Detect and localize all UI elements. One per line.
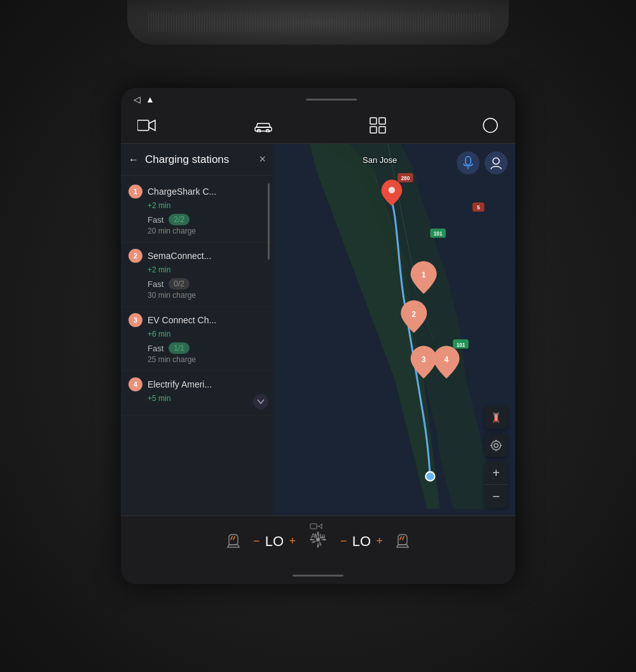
station-3-name: EV Connect Ch... (148, 315, 216, 325)
svg-point-35 (494, 444, 498, 447)
station-3-charge-time: 25 min charge (148, 355, 266, 364)
climate-left-plus-button[interactable]: + (289, 535, 296, 548)
compass-button[interactable] (485, 406, 508, 429)
station-2-header: 2 SemaConnect... (128, 249, 266, 263)
station-3-header: 3 EV Connect Ch... (128, 313, 266, 327)
station-1-availability: 2/2 (169, 214, 190, 225)
svg-rect-29 (466, 157, 471, 165)
station-1-name: ChargeShark C... (148, 186, 216, 197)
bottom-line (293, 575, 343, 577)
svg-point-9 (483, 118, 497, 132)
top-nav-bar (121, 111, 515, 144)
account-button[interactable] (485, 151, 508, 174)
car-nav-icon[interactable] (249, 115, 278, 140)
svg-rect-40 (310, 524, 317, 529)
right-seat-heat-icon (396, 531, 410, 552)
panel-header: ← Charging stations × (121, 144, 273, 176)
station-item-4[interactable]: 4 Electrify Ameri... +5 min (121, 371, 273, 416)
zoom-in-button[interactable]: + (485, 462, 508, 485)
circle-nav-icon[interactable] (478, 113, 502, 141)
svg-text:5: 5 (477, 205, 480, 211)
climate-auto-indicator: Auto (309, 521, 327, 540)
map-background: 280 101 5 101 1 2 3 (273, 144, 515, 515)
station-3-details: Fast 1/1 (148, 342, 266, 354)
zoom-controls: + − (485, 462, 508, 508)
station-1-details: Fast 2/2 (148, 214, 266, 225)
climate-left-section: − LO + (253, 533, 296, 550)
svg-point-31 (493, 158, 499, 164)
svg-text:1: 1 (422, 270, 426, 279)
climate-right-value: LO (352, 533, 371, 550)
svg-text:101: 101 (457, 342, 466, 348)
station-3-time: +6 min (148, 330, 266, 339)
station-2-name: SemaConnect... (148, 251, 211, 261)
climate-right-minus-button[interactable]: − (340, 535, 347, 548)
status-bar: ◁ ▲ (121, 88, 515, 111)
climate-right-section: − LO + (340, 533, 383, 550)
svg-rect-5 (370, 118, 377, 124)
camera-nav-icon[interactable] (134, 115, 160, 140)
svg-point-28 (389, 187, 395, 193)
svg-line-42 (319, 526, 322, 529)
station-2-details: Fast 0/2 (148, 278, 266, 290)
station-4-header: 4 Electrify Ameri... (128, 377, 266, 391)
back-button[interactable]: ← (128, 154, 139, 165)
station-item-3[interactable]: 3 EV Connect Ch... +6 min Fast 1/1 25 mi… (121, 307, 273, 371)
map-area[interactable]: 280 101 5 101 1 2 3 (273, 144, 515, 515)
san-jose-city-label: San Jose (363, 155, 397, 165)
left-seat-heat-icon (226, 531, 240, 552)
station-4-name: Electrify Ameri... (148, 379, 212, 389)
station-1-speed: Fast (148, 215, 163, 225)
svg-text:2: 2 (411, 310, 416, 319)
station-2-number: 2 (128, 249, 142, 263)
svg-rect-6 (379, 118, 385, 124)
station-list[interactable]: 1 ChargeShark C... +2 min Fast 2/2 20 mi… (121, 176, 273, 515)
handle-line (306, 99, 357, 101)
station-2-time: +2 min (148, 265, 266, 274)
svg-point-15 (425, 472, 434, 480)
station-2-charge-time: 30 min charge (148, 291, 266, 300)
zoom-out-button[interactable]: − (485, 485, 508, 508)
station-4-time: +5 min (148, 394, 266, 403)
station-1-header: 1 ChargeShark C... (128, 185, 266, 199)
screen-bezel: ◁ ▲ (121, 88, 515, 584)
navigation-arrow-icon: ◁ (134, 94, 141, 104)
svg-rect-8 (379, 127, 385, 133)
station-2-speed: Fast (148, 279, 163, 289)
svg-text:4: 4 (445, 355, 449, 364)
station-item-2[interactable]: 2 SemaConnect... +2 min Fast 0/2 30 min … (121, 242, 273, 307)
station-4-expand-button[interactable] (253, 394, 268, 409)
status-icons: ◁ ▲ (134, 94, 155, 104)
main-content: ← Charging stations × 1 ChargeShark C... (121, 144, 515, 515)
location-button[interactable] (485, 434, 508, 457)
bottom-handle (121, 566, 515, 584)
station-2-availability: 0/2 (169, 278, 190, 290)
climate-control-bar: Auto − LO + (121, 515, 515, 566)
svg-line-41 (319, 524, 322, 526)
svg-marker-1 (149, 120, 155, 130)
climate-right-plus-button[interactable]: + (377, 535, 384, 548)
svg-text:101: 101 (434, 231, 443, 237)
speaker-grille-top (127, 0, 509, 45)
svg-rect-0 (137, 120, 149, 130)
panel-title: Charging stations (145, 153, 252, 166)
grid-nav-icon[interactable] (366, 113, 390, 141)
scroll-track-1 (268, 183, 270, 237)
station-item-1[interactable]: 1 ChargeShark C... +2 min Fast 2/2 20 mi… (121, 178, 273, 242)
climate-left-value: LO (265, 533, 284, 550)
status-bar-handle (161, 99, 502, 101)
svg-point-34 (492, 441, 501, 450)
station-1-number: 1 (128, 185, 142, 199)
svg-text:280: 280 (401, 176, 410, 181)
charging-stations-panel: ← Charging stations × 1 ChargeShark C... (121, 144, 273, 515)
close-button[interactable]: × (259, 153, 266, 166)
station-3-speed: Fast (148, 344, 163, 353)
map-top-right-controls (457, 151, 508, 174)
svg-text:3: 3 (422, 355, 426, 364)
wifi-icon: ▲ (146, 94, 155, 104)
svg-rect-7 (370, 127, 377, 133)
station-1-time: +2 min (148, 201, 266, 210)
climate-left-minus-button[interactable]: − (253, 535, 260, 548)
microphone-button[interactable] (457, 151, 480, 174)
station-4-number: 4 (128, 377, 142, 391)
